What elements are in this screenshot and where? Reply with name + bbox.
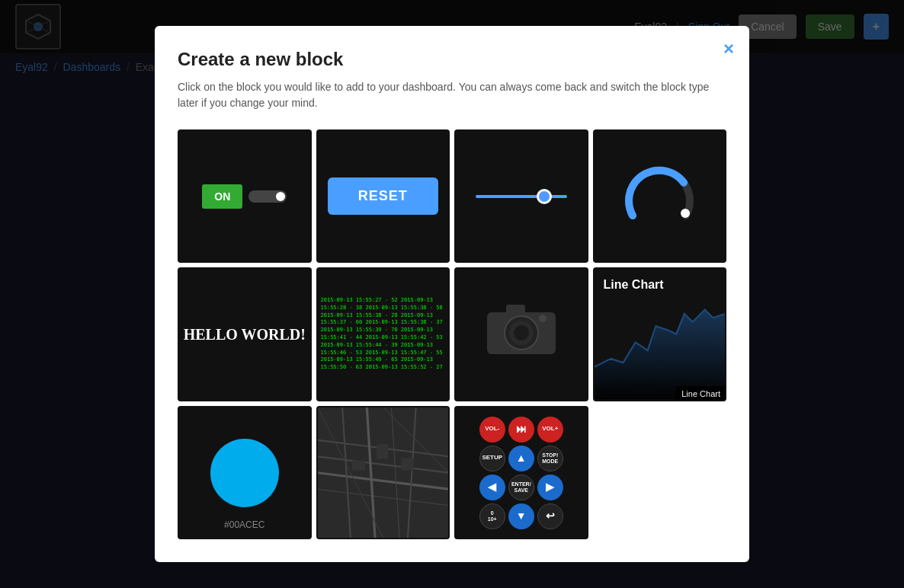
remote-vol-minus: VOL-	[479, 417, 505, 443]
block-map[interactable]	[316, 406, 450, 540]
block-camera[interactable]	[454, 267, 588, 401]
block-text[interactable]: HELLO WORLD!	[178, 267, 312, 401]
svg-point-10	[514, 325, 529, 340]
remote-back: ↩	[537, 503, 563, 529]
block-log[interactable]: 2015-09-13 15:55:27 - 52 2015-09-13 15:5…	[316, 267, 450, 401]
remote-row-2: SETUP ▲ STOP/ MODE	[479, 446, 563, 471]
svg-point-11	[539, 315, 547, 322]
block-color[interactable]: #00ACEC	[178, 406, 312, 540]
remote-row-3: ◀ ENTER/ SAVE ▶	[479, 475, 563, 500]
log-visual: 2015-09-13 15:55:27 - 52 2015-09-13 15:5…	[318, 294, 449, 375]
block-reset[interactable]: RESET	[316, 129, 450, 264]
svg-rect-26	[401, 458, 413, 470]
linechart-tooltip: Line Chart	[675, 386, 726, 401]
color-hex-label: #00ACEC	[224, 519, 264, 530]
remote-row-1: VOL- ⏭ VOL+	[479, 417, 563, 443]
slider-visual	[476, 195, 567, 198]
svg-point-5	[681, 209, 690, 218]
remote-setup: SETUP	[479, 446, 505, 471]
modal-description: Click on the block you would like to add…	[178, 79, 726, 111]
remote-row-4: 0 10+ ▼ ↩	[479, 503, 563, 529]
modal-title: Create a new block	[178, 49, 726, 70]
remote-right: ▶	[537, 475, 563, 500]
toggle-visual: ON	[202, 184, 287, 209]
blocks-grid: ON RESET	[178, 129, 726, 540]
block-slider[interactable]	[454, 129, 588, 264]
remote-vol-plus: VOL+	[537, 417, 563, 443]
remote-left: ◀	[479, 475, 505, 500]
remote-down: ▼	[508, 503, 534, 529]
block-toggle[interactable]: ON	[178, 129, 312, 264]
svg-rect-25	[377, 444, 388, 459]
reset-visual: RESET	[328, 177, 438, 215]
slider-thumb	[537, 189, 552, 204]
camera-visual	[483, 297, 559, 372]
toggle-on-label: ON	[202, 184, 242, 209]
gauge-visual	[621, 158, 697, 235]
toggle-slider	[248, 190, 287, 203]
remote-visual: VOL- ⏭ VOL+ SETUP ▲ STOP/ MODE ◀ ENTER/ …	[473, 411, 569, 535]
remote-stop-mode: STOP/ MODE	[537, 446, 563, 471]
svg-rect-7	[506, 305, 525, 315]
text-visual: HELLO WORLD!	[184, 326, 306, 344]
block-remote[interactable]: VOL- ⏭ VOL+ SETUP ▲ STOP/ MODE ◀ ENTER/ …	[454, 406, 588, 540]
remote-enter-save: ENTER/ SAVE	[508, 475, 534, 500]
linechart-visual: Line Chart Line Chart	[595, 269, 726, 400]
remote-up: ▲	[508, 446, 534, 471]
svg-rect-13	[318, 407, 449, 538]
remote-skip: ⏭	[508, 417, 534, 443]
svg-rect-24	[352, 460, 365, 470]
block-linechart[interactable]: Line Chart Line Chart	[593, 267, 727, 401]
remote-0-10: 0 10+	[479, 503, 505, 529]
modal-close-button[interactable]: ×	[723, 38, 734, 59]
color-circle	[210, 439, 279, 507]
modal-overlay: × Create a new block Click on the block …	[0, 0, 904, 588]
block-gauge[interactable]	[593, 129, 727, 264]
map-visual	[318, 407, 449, 538]
modal: × Create a new block Click on the block …	[155, 26, 749, 563]
